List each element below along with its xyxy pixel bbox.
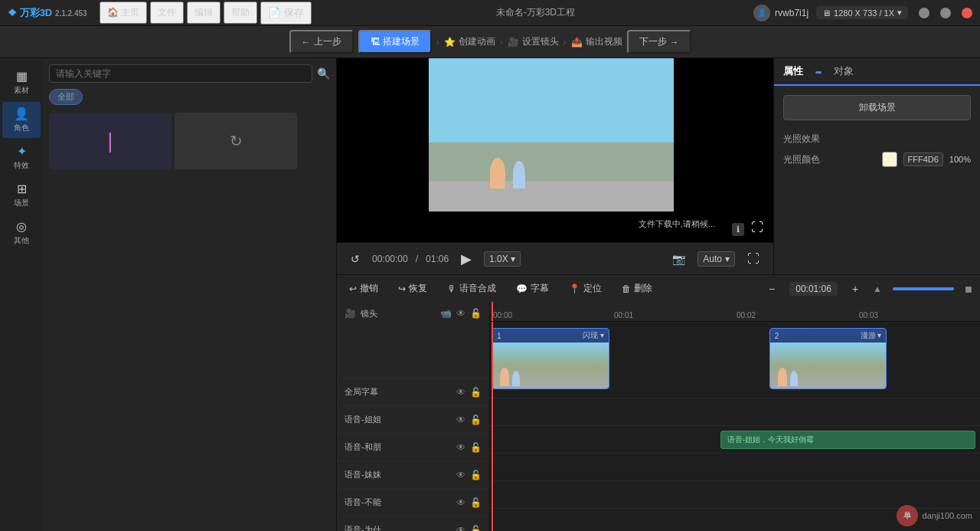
tab-object[interactable]: 对象 (834, 64, 854, 78)
screenshot-btn[interactable]: 📷 (668, 251, 690, 267)
voice-sister-lock[interactable]: 🔓 (470, 415, 482, 425)
sidebar-item-scene[interactable]: ⊞ 场景 (2, 177, 41, 213)
light-color-label: 光照颜色 (783, 153, 876, 166)
clip-1-char-2 (512, 371, 520, 386)
close-btn[interactable] (962, 8, 972, 18)
clip-2[interactable]: 2 漫游 ▾ (769, 328, 887, 389)
track-label-voice-sister: 语音-姐姐 👁 🔓 (337, 406, 489, 434)
preview-expand-btn[interactable]: ⛶ (747, 219, 767, 236)
right-panel: 属性 对象 卸载场景 光照效果 光照颜色 FFF4D6 100% (773, 58, 980, 274)
step1-btn[interactable]: 🏗 搭建场景 (358, 30, 432, 54)
unload-scene-btn[interactable]: 卸载场景 (783, 95, 971, 120)
zoom-out-btn[interactable]: − (765, 281, 779, 297)
track-label-voice-cant: 语音-不能 👁 🔓 (337, 489, 489, 516)
character-icon: 👤 (14, 107, 29, 121)
filter-all[interactable]: 全部 (49, 89, 83, 105)
ruler-mark-1: 00:01 (612, 302, 633, 321)
tab-active-indicator (815, 71, 822, 74)
light-color-swatch[interactable] (882, 152, 897, 167)
delete-btn[interactable]: 🗑 删除 (617, 280, 657, 297)
scene-sky (429, 58, 674, 143)
voice-friend-eye[interactable]: 👁 (456, 442, 466, 453)
sidebar-item-character[interactable]: 👤 角色 (2, 102, 41, 138)
asset-item[interactable]: | (49, 113, 172, 169)
zoom-in-btn[interactable]: + (848, 281, 862, 297)
voice-cant-eye[interactable]: 👁 (456, 497, 466, 508)
bottom-section: ↩ 撤销 ↪ 恢复 🎙 语音合成 💬 字幕 📍 定位 🗑 删除 − 00:01:… (337, 274, 980, 531)
zoom-slider[interactable] (893, 287, 954, 290)
loading-icon: ↻ (230, 132, 243, 150)
light-color-hex[interactable]: FFF4D6 (903, 152, 943, 166)
sidebar-item-effect[interactable]: ✦ 特效 (2, 139, 41, 175)
global-subtitle-lock[interactable]: 🔓 (470, 387, 482, 398)
preview-info-btn[interactable]: ℹ (732, 223, 744, 236)
camera-eye-icon[interactable]: 👁 (456, 308, 466, 319)
voice-sister-label: 语音-姐姐 (345, 414, 452, 425)
back-step-btn[interactable]: ← 上一步 (289, 30, 354, 54)
camera-mode-selector[interactable]: Auto ▾ (697, 251, 735, 267)
maximize-btn[interactable] (940, 8, 951, 18)
step-bar: ← 上一步 🏗 搭建场景 › ⭐ 创建动画 › 🎥 设置镜头 › 📤 输出视频 … (0, 26, 980, 58)
track-camera-header: 🎥 镜头 📹 👁 🔓 (337, 302, 489, 379)
title-right: 👤 rvwb7i1j 🖥 1280 X 733 / 1X ▾ (753, 5, 972, 21)
preview-area: 文件下载中,请稍候... ℹ ⛶ (337, 58, 773, 242)
camera-lock-icon[interactable]: 🔓 (470, 308, 482, 319)
playhead (492, 322, 493, 531)
voice-friend-label: 语音-和朋 (345, 441, 452, 453)
step-sep-1: › (436, 37, 439, 48)
speed-selector[interactable]: 1.0X ▾ (484, 251, 521, 267)
global-subtitle-eye[interactable]: 👁 (456, 387, 466, 398)
track-label-voice-why: 语音-为什 👁 🔓 (337, 516, 489, 531)
audio-clip-sister[interactable]: 语音-姐姐，今天我好倒霉 (720, 431, 975, 449)
sidebar-item-other[interactable]: ◎ 其他 (2, 215, 41, 251)
redo-btn[interactable]: ↪ 恢复 (394, 280, 432, 297)
voice-why-eye[interactable]: 👁 (456, 525, 466, 532)
voice-synth-btn[interactable]: 🎙 语音合成 (443, 280, 501, 297)
preview-scene (429, 58, 674, 211)
subtitle-btn[interactable]: 💬 字幕 (511, 280, 554, 297)
step2-btn[interactable]: ⭐ 创建动画 (444, 35, 495, 48)
voice-friend-lock[interactable]: 🔓 (470, 442, 482, 453)
step4-btn[interactable]: 📤 输出视频 (571, 35, 622, 48)
voice-younger-label: 语音-妹妹 (345, 469, 452, 480)
voice-sister-eye[interactable]: 👁 (456, 415, 466, 425)
step3-btn[interactable]: 🎥 设置镜头 (508, 35, 559, 48)
resolution-display[interactable]: 🖥 1280 X 733 / 1X ▾ (816, 6, 908, 19)
undo-btn[interactable]: ↩ 撤销 (345, 280, 383, 297)
voice-why-lock[interactable]: 🔓 (470, 525, 482, 532)
lighting-section-title: 光照效果 (783, 133, 971, 146)
material-icon: ▦ (16, 69, 28, 84)
voice-cant-lock[interactable]: 🔓 (470, 497, 482, 508)
minimize-btn[interactable] (919, 8, 929, 18)
voice-younger-eye[interactable]: 👁 (456, 470, 466, 480)
edit-menu[interactable]: 编辑 (187, 2, 220, 24)
search-input[interactable] (49, 64, 312, 83)
light-color-pct: 100% (949, 155, 971, 164)
clip-1[interactable]: 1 闪现 ▾ (492, 328, 609, 389)
user-info[interactable]: 👤 rvwb7i1j (753, 5, 808, 21)
play-btn[interactable]: ▶ (456, 248, 476, 270)
file-menu[interactable]: 文件 (150, 2, 184, 24)
preview-video: 文件下载中,请稍候... ℹ ⛶ (337, 58, 773, 242)
fullscreen-btn[interactable]: ⛶ (743, 250, 764, 268)
home-btn[interactable]: 🏠 主页 (100, 2, 147, 24)
replay-btn[interactable]: ↺ (346, 251, 364, 267)
camera-track-row: 1 闪现 ▾ (490, 322, 980, 398)
light-color-row: 光照颜色 FFF4D6 100% (783, 152, 971, 167)
voice-younger-lock[interactable]: 🔓 (470, 470, 482, 480)
locate-btn[interactable]: 📍 定位 (564, 280, 606, 297)
scene-floor (429, 181, 674, 211)
step-sep-2: › (500, 37, 503, 48)
tab-property[interactable]: 属性 (783, 64, 803, 78)
search-button[interactable]: 🔍 (317, 67, 330, 80)
help-menu[interactable]: 帮助 (224, 2, 257, 24)
sidebar-item-material[interactable]: ▦ 素材 (2, 64, 41, 100)
title-bar: ❖ 万彩3D 2.1.2.453 🏠 主页 文件 编辑 帮助 📄 保存 未命名-… (0, 0, 980, 26)
zoom-triangle-icon: ▲ (873, 284, 882, 294)
asset-item[interactable]: ↻ (175, 113, 297, 169)
save-btn[interactable]: 📄 保存 (260, 2, 312, 25)
clip-1-transition: 闪现 ▾ (583, 330, 604, 341)
next-step-btn[interactable]: 下一步 → (627, 30, 691, 54)
left-content: 🔍 全部 | ↻ (43, 58, 336, 531)
monitor-icon: 🖥 (822, 8, 831, 18)
